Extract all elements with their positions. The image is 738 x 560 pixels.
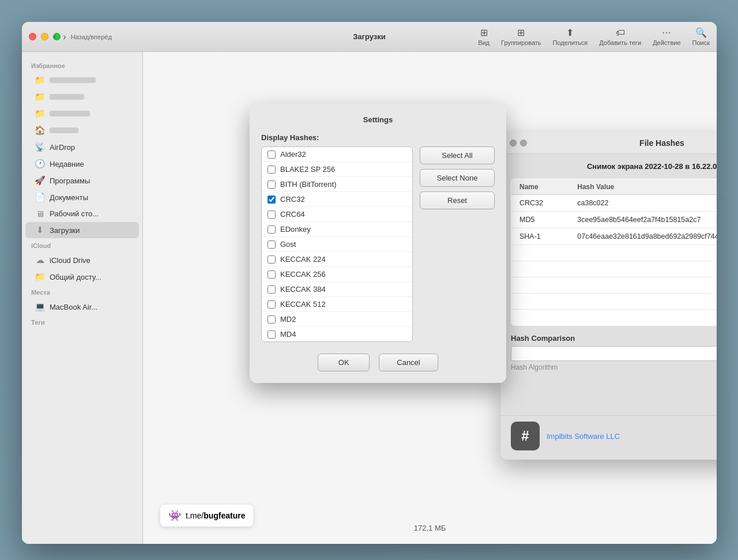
hash-comparison-input[interactable] <box>511 346 717 361</box>
hash-comparison-label: Hash Comparison <box>511 334 717 343</box>
empty-name-cell <box>511 261 570 277</box>
hash-label-gost: Gost <box>280 240 296 249</box>
window-title: Загрузки <box>353 32 386 41</box>
title-bar: ‹ › Назад/вперёд Загрузки ⊞ Вид ⊞ Группи… <box>22 22 717 52</box>
apps-label: Программы <box>50 176 130 185</box>
hash-item-crc32[interactable]: CRC32 <box>262 192 412 207</box>
search-label: Поиск <box>692 39 710 46</box>
settings-title: Settings <box>261 115 495 124</box>
group-icon: ⊞ <box>517 27 525 38</box>
sidebar-item-fav3[interactable]: 📁 <box>25 106 139 122</box>
sidebar-item-airdrop[interactable]: 📡 AirDrop <box>25 139 139 155</box>
hash-value-cell: 07c46eaae32e8161d9a8bed692a2989cf7444... <box>569 228 717 245</box>
hash-value-cell: 3cee95ae8b5464eef2a7f4b15815a2c7 <box>569 212 717 228</box>
sidebar-item-icloud-shared[interactable]: 📁 Общий досту... <box>25 269 139 285</box>
sidebar-item-fav1[interactable]: 📁 <box>25 72 139 88</box>
hash-list[interactable]: Alder32BLAKE2 SP 256BITH (BitTorrent)CRC… <box>261 146 413 342</box>
sidebar-item-icloud-drive[interactable]: ☁ iCloud Drive <box>25 252 139 268</box>
action-action[interactable]: ⋯ Действие <box>653 27 680 46</box>
select-all-button[interactable]: Select All <box>420 146 495 164</box>
close-button[interactable] <box>29 33 36 40</box>
home-text <box>50 127 78 133</box>
apps-icon: 🚀 <box>35 175 45 186</box>
hash-checkbox-keccak512[interactable] <box>268 300 276 309</box>
hash-name-cell: MD5 <box>511 212 570 228</box>
sidebar-item-downloads[interactable]: ⬇ Загрузки <box>25 222 139 238</box>
share-action[interactable]: ⬆ Поделиться <box>553 27 588 46</box>
hash-name-cell: CRC32 <box>511 195 570 212</box>
macbook-label: MacBook Air... <box>50 303 130 311</box>
hash-item-md4[interactable]: MD4 <box>262 327 412 341</box>
sidebar-item-apps[interactable]: 🚀 Программы <box>25 172 139 189</box>
empty-name-cell <box>511 310 570 326</box>
hash-checkbox-blake2sp256[interactable] <box>268 166 276 174</box>
desktop-label: Рабочий сто... <box>50 209 130 218</box>
file-hashes-titlebar: File Hashes <box>500 133 717 154</box>
hash-item-keccak224[interactable]: KECCAK 224 <box>262 252 412 267</box>
hash-label-crc64: CRC64 <box>280 210 305 219</box>
hash-label-keccak512: KECCAK 512 <box>280 300 326 309</box>
hash-checkbox-crc64[interactable] <box>268 211 276 219</box>
watermark: 👾 t.me/bugfeature <box>160 505 253 527</box>
hash-checkbox-bith[interactable] <box>268 181 276 189</box>
group-action[interactable]: ⊞ Группировать <box>501 27 541 46</box>
main-content: 172,1 МБ 👾 t.me/bugfeature Settings Disp… <box>143 52 717 544</box>
hash-checkbox-keccak224[interactable] <box>268 255 276 264</box>
tags-action[interactable]: 🏷 Добавить теги <box>599 28 641 46</box>
fh-close-button[interactable] <box>510 140 517 146</box>
brand-name: Implbits Software LLC <box>547 432 620 441</box>
hash-item-keccak384[interactable]: KECCAK 384 <box>262 282 412 297</box>
sidebar-item-macbook[interactable]: 💻 MacBook Air... <box>25 299 139 315</box>
hash-item-edonkey[interactable]: EDonkey <box>262 222 412 237</box>
hash-checkbox-alder32[interactable] <box>268 151 276 159</box>
hash-checkbox-keccak384[interactable] <box>268 285 276 294</box>
sidebar-item-recent[interactable]: 🕐 Недавние <box>25 156 139 172</box>
back-button[interactable]: ‹ <box>51 31 58 43</box>
cancel-button[interactable]: Cancel <box>379 354 438 371</box>
hash-item-alder32[interactable]: Alder32 <box>262 147 412 162</box>
hash-item-blake2sp256[interactable]: BLAKE2 SP 256 <box>262 162 412 177</box>
sidebar-item-docs[interactable]: 📄 Документы <box>25 189 139 205</box>
hash-item-crc64[interactable]: CRC64 <box>262 207 412 222</box>
hash-checkbox-edonkey[interactable] <box>268 225 276 234</box>
reset-button[interactable]: Reset <box>420 191 495 209</box>
hash-checkbox-md2[interactable] <box>268 315 276 324</box>
airdrop-icon: 📡 <box>35 142 45 152</box>
hash-checkbox-md4[interactable] <box>268 330 276 339</box>
hash-checkbox-gost[interactable] <box>268 240 276 249</box>
hash-item-md2[interactable]: MD2 <box>262 312 412 327</box>
settings-dialog: Settings Display Hashes: Alder32BLAKE2 S… <box>250 104 506 383</box>
ok-button[interactable]: OK <box>318 354 370 371</box>
hash-item-bith[interactable]: BITH (BitTorrent) <box>262 177 412 192</box>
hash-checkbox-keccak256[interactable] <box>268 270 276 279</box>
finder-window: ‹ › Назад/вперёд Загрузки ⊞ Вид ⊞ Группи… <box>22 22 717 544</box>
minimize-button[interactable] <box>41 33 48 40</box>
forward-button[interactable]: › <box>61 31 68 43</box>
folder-icon: 📁 <box>35 75 45 85</box>
settings-action-buttons: Select All Select None Reset <box>420 146 495 342</box>
hash-item-gost[interactable]: Gost <box>262 237 412 252</box>
sidebar-item-home[interactable]: 🏠 <box>25 122 139 138</box>
fh-min-button[interactable] <box>520 140 527 146</box>
search-action[interactable]: 🔍 Поиск <box>692 27 710 46</box>
tags-label: Теги <box>22 315 142 328</box>
icloud-drive-icon: ☁ <box>35 255 45 265</box>
file-hashes-body: Снимок экрана 2022-10-28 в 16.22.05.png … <box>500 154 717 386</box>
hash-item-keccak256[interactable]: KECCAK 256 <box>262 267 412 282</box>
sidebar-item-fav2[interactable]: 📁 <box>25 89 139 105</box>
folder-icon: 📁 <box>35 108 45 119</box>
view-action[interactable]: ⊞ Вид <box>478 27 490 46</box>
sidebar-item-desktop[interactable]: 🖥 Рабочий сто... <box>25 206 139 221</box>
table-row: SHA-107c46eaae32e8161d9a8bed692a2989cf74… <box>511 228 717 245</box>
hash-label-blake2sp256: BLAKE2 SP 256 <box>280 165 335 174</box>
table-row-empty <box>511 277 717 294</box>
empty-value-cell <box>569 294 717 310</box>
empty-name-cell <box>511 294 570 310</box>
hash-item-keccak512[interactable]: KECCAK 512 <box>262 297 412 312</box>
table-row: MD53cee95ae8b5464eef2a7f4b15815a2c7 <box>511 212 717 228</box>
select-none-button[interactable]: Select None <box>420 169 495 187</box>
tags-icon: 🏷 <box>616 28 625 38</box>
hash-checkbox-crc32[interactable] <box>268 196 276 204</box>
fav2-text <box>50 94 84 100</box>
empty-value-cell <box>569 310 717 326</box>
